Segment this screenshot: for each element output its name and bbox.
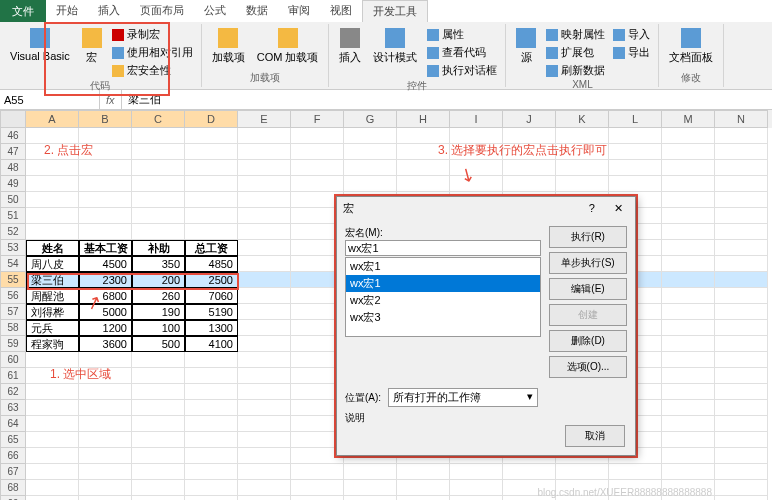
cell[interactable] bbox=[185, 416, 238, 432]
design-mode-button[interactable]: 设计模式 bbox=[369, 26, 421, 67]
cell[interactable] bbox=[344, 496, 397, 500]
cell[interactable] bbox=[238, 384, 291, 400]
cell[interactable]: 1200 bbox=[79, 320, 132, 336]
map-props-button[interactable]: 映射属性 bbox=[544, 26, 607, 43]
cell[interactable] bbox=[662, 240, 715, 256]
cell[interactable]: 元兵 bbox=[26, 320, 79, 336]
cell[interactable] bbox=[662, 128, 715, 144]
cell[interactable] bbox=[185, 192, 238, 208]
cell[interactable] bbox=[26, 416, 79, 432]
row-header[interactable]: 57 bbox=[0, 304, 26, 320]
cell[interactable] bbox=[291, 160, 344, 176]
row-header[interactable]: 69 bbox=[0, 496, 26, 500]
cell[interactable] bbox=[662, 320, 715, 336]
cell[interactable] bbox=[26, 384, 79, 400]
cell[interactable] bbox=[662, 336, 715, 352]
row-header[interactable]: 60 bbox=[0, 352, 26, 368]
cell[interactable] bbox=[715, 464, 768, 480]
tab-data[interactable]: 数据 bbox=[236, 0, 278, 22]
cell[interactable] bbox=[132, 448, 185, 464]
macro-name-input[interactable] bbox=[345, 240, 541, 256]
dialog-close-button[interactable]: ✕ bbox=[608, 202, 629, 214]
cell[interactable] bbox=[238, 240, 291, 256]
cell[interactable]: 刘得桦 bbox=[26, 304, 79, 320]
cell[interactable] bbox=[715, 208, 768, 224]
cell[interactable] bbox=[26, 176, 79, 192]
col-header[interactable]: K bbox=[556, 110, 609, 128]
import-button[interactable]: 导入 bbox=[611, 26, 652, 43]
row-header[interactable]: 55 bbox=[0, 272, 26, 288]
cell[interactable] bbox=[238, 336, 291, 352]
list-item[interactable]: wx宏3 bbox=[346, 309, 540, 326]
cell[interactable] bbox=[715, 400, 768, 416]
cell[interactable] bbox=[132, 432, 185, 448]
cell[interactable] bbox=[503, 160, 556, 176]
cell[interactable]: 梁三伯 bbox=[26, 272, 79, 288]
cell[interactable] bbox=[609, 176, 662, 192]
edit-button[interactable]: 编辑(E) bbox=[549, 278, 627, 300]
cell[interactable]: 基本工资 bbox=[79, 240, 132, 256]
row-header[interactable]: 62 bbox=[0, 384, 26, 400]
refresh-button[interactable]: 刷新数据 bbox=[544, 62, 607, 79]
cell[interactable] bbox=[26, 208, 79, 224]
cell[interactable] bbox=[79, 416, 132, 432]
dialog-help-button[interactable]: ? bbox=[589, 202, 595, 214]
cell[interactable] bbox=[79, 400, 132, 416]
cell[interactable] bbox=[238, 480, 291, 496]
cell[interactable] bbox=[503, 464, 556, 480]
row-header[interactable]: 50 bbox=[0, 192, 26, 208]
tab-developer[interactable]: 开发工具 bbox=[362, 0, 428, 22]
cell[interactable] bbox=[238, 144, 291, 160]
macro-list[interactable]: wx宏1wx宏1wx宏2wx宏3 bbox=[345, 257, 541, 337]
cell[interactable]: 100 bbox=[132, 320, 185, 336]
col-header[interactable]: L bbox=[609, 110, 662, 128]
cell[interactable] bbox=[715, 256, 768, 272]
step-button[interactable]: 单步执行(S) bbox=[549, 252, 627, 274]
tab-home[interactable]: 开始 bbox=[46, 0, 88, 22]
cell[interactable] bbox=[132, 160, 185, 176]
cell[interactable] bbox=[662, 144, 715, 160]
cell[interactable]: 200 bbox=[132, 272, 185, 288]
cell[interactable] bbox=[185, 208, 238, 224]
cell[interactable] bbox=[344, 160, 397, 176]
row-header[interactable]: 54 bbox=[0, 256, 26, 272]
row-header[interactable]: 56 bbox=[0, 288, 26, 304]
cell[interactable] bbox=[715, 304, 768, 320]
cell[interactable]: 1300 bbox=[185, 320, 238, 336]
name-box[interactable]: A55 bbox=[0, 90, 100, 109]
cell[interactable] bbox=[238, 400, 291, 416]
list-item[interactable]: wx宏1 bbox=[346, 258, 540, 275]
cell[interactable] bbox=[344, 144, 397, 160]
cell[interactable] bbox=[556, 176, 609, 192]
cell[interactable] bbox=[238, 432, 291, 448]
cell[interactable] bbox=[185, 128, 238, 144]
cell[interactable]: 500 bbox=[132, 336, 185, 352]
cell[interactable] bbox=[715, 352, 768, 368]
cell[interactable] bbox=[26, 480, 79, 496]
cell[interactable] bbox=[132, 400, 185, 416]
cell[interactable] bbox=[662, 352, 715, 368]
cell[interactable] bbox=[185, 480, 238, 496]
record-macro-button[interactable]: 录制宏 bbox=[110, 26, 195, 43]
row-header[interactable]: 65 bbox=[0, 432, 26, 448]
cell[interactable] bbox=[26, 496, 79, 500]
col-header[interactable]: D bbox=[185, 110, 238, 128]
tab-layout[interactable]: 页面布局 bbox=[130, 0, 194, 22]
cell[interactable] bbox=[662, 400, 715, 416]
addins-button[interactable]: 加载项 bbox=[208, 26, 249, 67]
cell[interactable] bbox=[344, 128, 397, 144]
com-addins-button[interactable]: COM 加载项 bbox=[253, 26, 323, 67]
cell[interactable] bbox=[503, 176, 556, 192]
cell[interactable] bbox=[662, 304, 715, 320]
col-header[interactable]: F bbox=[291, 110, 344, 128]
cell[interactable]: 190 bbox=[132, 304, 185, 320]
cell[interactable] bbox=[132, 496, 185, 500]
cell[interactable] bbox=[344, 176, 397, 192]
cell[interactable] bbox=[450, 496, 503, 500]
cell[interactable] bbox=[79, 448, 132, 464]
macro-security-button[interactable]: 宏安全性 bbox=[110, 62, 195, 79]
row-header[interactable]: 61 bbox=[0, 368, 26, 384]
cell[interactable] bbox=[238, 352, 291, 368]
run-button[interactable]: 执行(R) bbox=[549, 226, 627, 248]
cell[interactable] bbox=[291, 480, 344, 496]
